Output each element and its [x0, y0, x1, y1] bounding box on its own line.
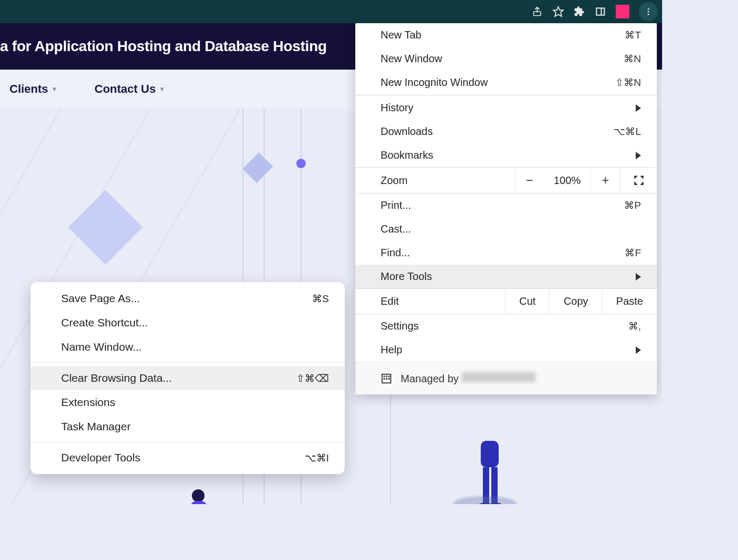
menu-label: Cast...	[381, 223, 411, 235]
menu-item-new-incognito[interactable]: New Incognito Window ⇧⌘N	[355, 71, 657, 94]
submenu-item-create-shortcut[interactable]: Create Shortcut...	[31, 311, 345, 335]
svg-rect-9	[481, 441, 499, 467]
menu-item-print[interactable]: Print... ⌘P	[355, 194, 657, 217]
chevron-down-icon: ▼	[159, 85, 165, 93]
menu-label: Bookmarks	[381, 149, 433, 161]
nav-item-clients[interactable]: Clients ▼	[9, 82, 57, 96]
submenu-separator	[31, 362, 345, 363]
menu-item-bookmarks[interactable]: Bookmarks	[355, 143, 657, 167]
submenu-label: Developer Tools	[61, 451, 140, 464]
extensions-icon[interactable]	[574, 6, 585, 17]
chrome-main-menu: New Tab ⌘T New Window ⌘N New Incognito W…	[355, 23, 657, 394]
menu-item-settings[interactable]: Settings ⌘,	[355, 314, 657, 338]
menu-label: More Tools	[381, 271, 432, 283]
chevron-right-icon	[636, 104, 641, 112]
submenu-item-save-page[interactable]: Save Page As... ⌘S	[31, 286, 345, 311]
edit-copy-button[interactable]: Copy	[549, 289, 602, 314]
nav-item-contact[interactable]: Contact Us ▼	[94, 82, 165, 96]
svg-marker-19	[636, 104, 641, 112]
edit-cut-button[interactable]: Cut	[505, 289, 549, 314]
svg-point-14	[192, 489, 205, 502]
menu-item-find[interactable]: Find... ⌘F	[355, 241, 657, 265]
zoom-out-button[interactable]: −	[514, 168, 544, 193]
submenu-item-extensions[interactable]: Extensions	[31, 390, 345, 414]
nav-label: Clients	[9, 82, 48, 96]
menu-item-cast[interactable]: Cast...	[355, 217, 657, 241]
menu-item-history[interactable]: History	[355, 96, 657, 120]
menu-item-help[interactable]: Help	[355, 338, 657, 362]
submenu-shortcut: ⌥⌘I	[305, 452, 329, 464]
menu-shortcut: ⌘T	[625, 29, 641, 41]
fullscreen-button[interactable]	[620, 168, 657, 193]
profile-avatar[interactable]	[616, 5, 629, 18]
more-menu-button[interactable]	[639, 2, 658, 21]
menu-shortcut: ⇧⌘N	[615, 76, 641, 89]
menu-item-new-window[interactable]: New Window ⌘N	[355, 47, 657, 71]
submenu-label: Save Page As...	[61, 292, 140, 305]
submenu-item-task-manager[interactable]: Task Manager	[31, 414, 345, 439]
nav-label: Contact Us	[94, 82, 156, 96]
managed-org-redacted	[462, 372, 536, 382]
menu-shortcut: ⌥⌘L	[614, 125, 641, 138]
submenu-item-clear-browsing-data[interactable]: Clear Browsing Data... ⇧⌘⌫	[31, 366, 345, 390]
menu-item-more-tools[interactable]: More Tools	[355, 265, 657, 288]
chevron-right-icon	[636, 273, 641, 281]
submenu-item-developer-tools[interactable]: Developer Tools ⌥⌘I	[31, 446, 345, 470]
menu-shortcut: ⌘F	[625, 247, 641, 259]
svg-point-6	[648, 14, 649, 15]
submenu-label: Task Manager	[61, 420, 131, 433]
svg-marker-21	[636, 273, 641, 281]
browser-toolbar	[0, 0, 662, 23]
menu-label: Settings	[381, 320, 419, 332]
chevron-down-icon: ▼	[51, 85, 57, 93]
svg-rect-25	[386, 375, 387, 377]
banner-title: a for Application Hosting and Database H…	[0, 38, 327, 55]
svg-rect-24	[384, 375, 385, 377]
menu-item-new-tab[interactable]: New Tab ⌘T	[355, 23, 657, 47]
svg-rect-2	[597, 8, 605, 15]
menu-shortcut: ⌘,	[628, 320, 641, 332]
panel-icon[interactable]	[595, 6, 606, 17]
menu-label: History	[381, 102, 413, 114]
chevron-right-icon	[636, 152, 641, 159]
svg-rect-15	[190, 501, 208, 504]
zoom-value: 100%	[544, 175, 590, 187]
svg-point-4	[648, 8, 649, 9]
svg-rect-26	[384, 378, 385, 380]
submenu-shortcut: ⇧⌘⌫	[296, 372, 329, 384]
menu-label: Find...	[381, 247, 410, 259]
svg-rect-29	[389, 378, 390, 380]
building-icon	[381, 373, 392, 384]
share-icon[interactable]	[531, 6, 543, 17]
menu-zoom-row: Zoom − 100% +	[355, 167, 657, 194]
submenu-separator	[31, 442, 345, 442]
menu-label: New Incognito Window	[381, 76, 488, 89]
chevron-right-icon	[636, 346, 641, 354]
menu-separator	[355, 95, 657, 95]
svg-marker-1	[554, 7, 563, 16]
menu-label: Help	[381, 344, 402, 356]
menu-edit-row: Edit Cut Copy Paste	[355, 288, 657, 314]
submenu-shortcut: ⌘S	[312, 293, 329, 305]
more-tools-submenu: Save Page As... ⌘S Create Shortcut... Na…	[31, 282, 345, 474]
zoom-in-button[interactable]: +	[590, 168, 620, 193]
menu-label: Downloads	[381, 125, 433, 138]
svg-marker-22	[636, 346, 641, 354]
menu-managed-by[interactable]: Managed by	[355, 363, 657, 394]
menu-shortcut: ⌘N	[624, 53, 641, 65]
menu-label: New Tab	[381, 29, 421, 41]
submenu-item-name-window[interactable]: Name Window...	[31, 335, 345, 359]
submenu-label: Extensions	[61, 396, 115, 409]
submenu-label: Create Shortcut...	[61, 316, 148, 329]
edit-paste-button[interactable]: Paste	[602, 289, 657, 314]
managed-prefix: Managed by	[401, 373, 462, 384]
svg-rect-28	[389, 375, 390, 377]
menu-label: Print...	[381, 199, 411, 211]
menu-shortcut: ⌘P	[624, 199, 641, 211]
star-icon[interactable]	[552, 6, 564, 17]
svg-marker-20	[636, 152, 641, 159]
svg-rect-27	[386, 378, 387, 380]
menu-label: New Window	[381, 53, 442, 65]
menu-item-downloads[interactable]: Downloads ⌥⌘L	[355, 120, 657, 143]
edit-label: Edit	[355, 289, 505, 314]
